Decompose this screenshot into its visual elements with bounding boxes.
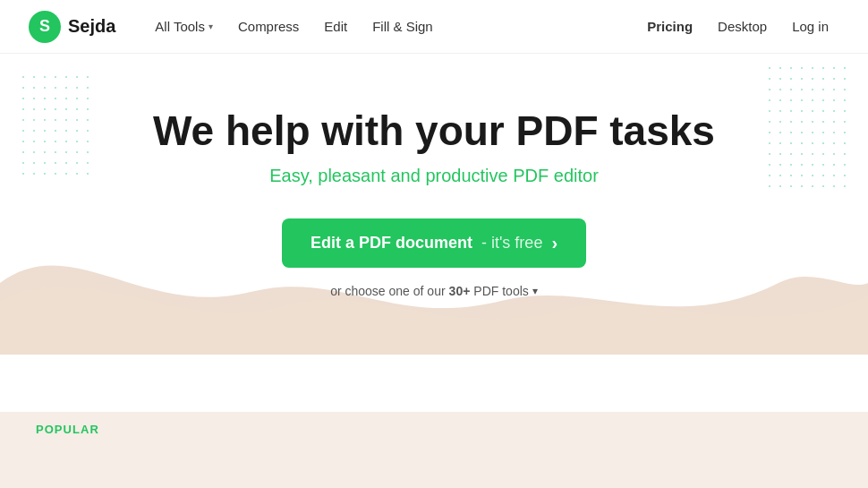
nav-edit[interactable]: Edit: [313, 12, 358, 41]
or-choose-text: or choose one of our 30+ PDF tools ▾: [330, 284, 538, 298]
hero-subtitle: Easy, pleasant and productive PDF editor: [269, 166, 599, 186]
nav-desktop[interactable]: Desktop: [707, 12, 778, 41]
nav-right: Pricing Desktop Log in: [636, 12, 839, 41]
nav-all-tools[interactable]: All Tools ▾: [144, 12, 224, 41]
edit-pdf-cta-button[interactable]: Edit a PDF document - it's free ›: [282, 218, 586, 268]
chevron-down-icon: ▾: [532, 285, 538, 297]
nav-links: All Tools ▾ Compress Edit Fill & Sign: [144, 12, 636, 41]
nav-pricing[interactable]: Pricing: [636, 12, 703, 41]
nav-login[interactable]: Log in: [781, 12, 839, 41]
cta-secondary-text: - it's free: [481, 234, 542, 253]
dots-right-decoration: [764, 63, 854, 188]
arrow-right-icon: ›: [551, 233, 557, 253]
chevron-down-icon: ▾: [208, 21, 213, 31]
dots-left-decoration: [18, 72, 89, 179]
hero-title: We help with your PDF tasks: [153, 107, 715, 155]
popular-label: POPULAR: [36, 423, 99, 436]
logo-name: Sejda: [68, 16, 115, 37]
cta-main-text: Edit a PDF document: [311, 234, 472, 253]
nav-fill-sign[interactable]: Fill & Sign: [362, 12, 444, 41]
nav-compress[interactable]: Compress: [227, 12, 310, 41]
logo-icon: S: [29, 11, 61, 43]
popular-section: POPULAR: [0, 412, 868, 488]
logo[interactable]: S Sejda: [29, 11, 115, 43]
navbar: S Sejda All Tools ▾ Compress Edit Fill &…: [0, 0, 868, 54]
hero-section: We help with your PDF tasks Easy, pleasa…: [0, 54, 868, 412]
